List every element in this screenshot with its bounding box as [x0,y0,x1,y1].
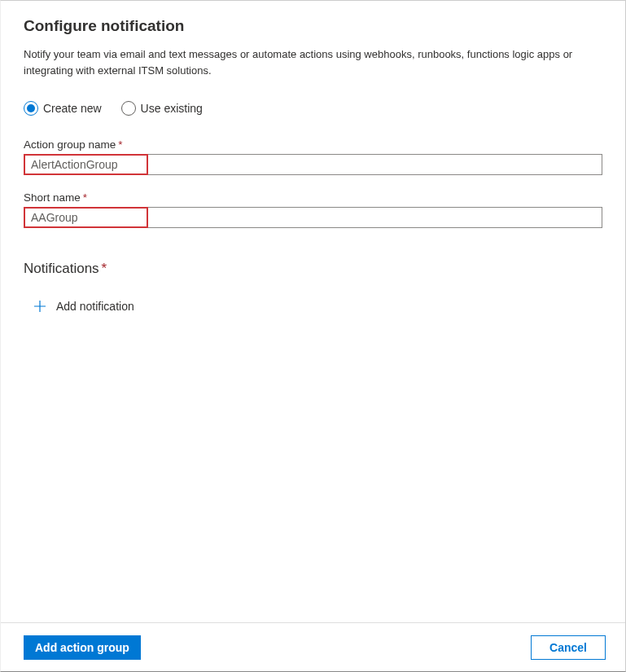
radio-create-new[interactable]: Create new [24,101,102,116]
page-subtitle: Notify your team via email and text mess… [24,46,593,78]
notifications-heading: Notifications* [24,261,602,277]
short-name-field: Short name* [24,191,602,228]
radio-dot-icon [24,101,38,116]
radio-circle-icon [121,101,136,116]
short-name-label: Short name* [24,191,602,204]
radio-create-new-label: Create new [43,102,102,115]
page-title: Configure notification [24,17,602,35]
cancel-button[interactable]: Cancel [531,635,606,660]
add-notification-label: Add notification [56,300,134,313]
footer: Add action group Cancel [1,622,625,671]
add-action-group-button[interactable]: Add action group [24,635,141,660]
action-group-name-label: Action group name* [24,138,602,151]
radio-use-existing-label: Use existing [141,102,203,115]
required-asterisk: * [83,191,87,204]
action-group-name-field: Action group name* [24,138,602,175]
plus-icon [33,300,46,313]
mode-radio-group: Create new Use existing [24,101,602,116]
radio-use-existing[interactable]: Use existing [121,101,203,116]
action-group-name-input[interactable] [24,154,602,175]
short-name-input[interactable] [24,207,602,228]
add-notification-button[interactable]: Add notification [33,300,134,313]
required-asterisk: * [102,261,107,276]
required-asterisk: * [118,138,122,151]
